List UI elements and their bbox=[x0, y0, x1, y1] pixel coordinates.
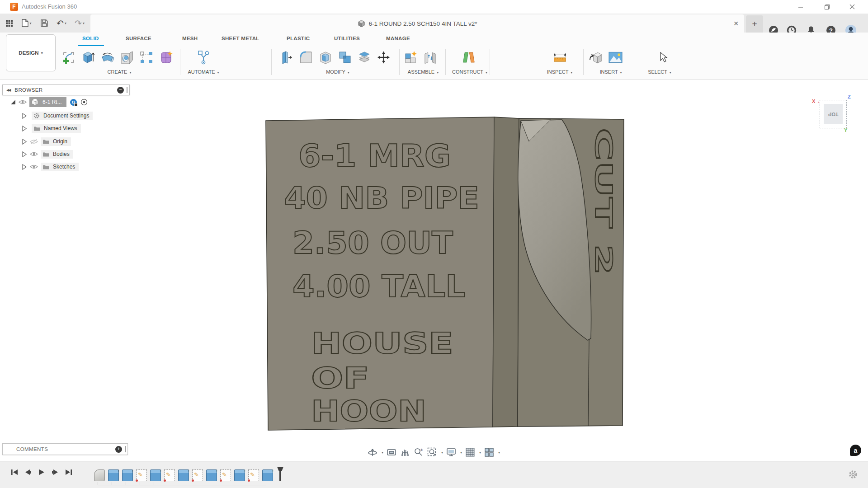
viewcube-face[interactable]: TOP bbox=[820, 100, 847, 128]
timeline-feature-base[interactable] bbox=[94, 469, 105, 481]
expand-closed-icon[interactable] bbox=[22, 113, 27, 119]
browser-drag-handle[interactable] bbox=[127, 87, 127, 93]
viewcube[interactable]: TOP X • Z Y bbox=[809, 94, 859, 135]
construct-group-label[interactable]: CONSTRUCT ▾ bbox=[452, 69, 485, 75]
file-menu-button[interactable]: ▾ bbox=[19, 14, 34, 33]
construction-plane-button[interactable] bbox=[462, 48, 476, 67]
expand-closed-icon[interactable] bbox=[22, 139, 27, 145]
timeline-settings-button[interactable] bbox=[848, 469, 858, 481]
browser-item-label[interactable]: Document Settings bbox=[43, 113, 89, 119]
tab-utilities[interactable]: UTILITIES bbox=[334, 36, 360, 41]
display-caret-icon[interactable]: ▾ bbox=[460, 450, 462, 455]
canvas-button[interactable] bbox=[609, 48, 623, 67]
save-button[interactable] bbox=[39, 14, 50, 33]
timeline-feature-sketch[interactable] bbox=[164, 469, 175, 481]
expand-open-icon[interactable] bbox=[10, 99, 16, 105]
pan-button[interactable] bbox=[400, 447, 410, 458]
minimize-button[interactable] bbox=[793, 2, 808, 12]
timeline-playhead[interactable] bbox=[277, 468, 283, 481]
tab-manage[interactable]: MANAGE bbox=[386, 36, 410, 41]
revolve-button[interactable] bbox=[100, 48, 114, 67]
browser-item-document-settings[interactable]: Document Settings bbox=[22, 111, 93, 121]
timeline-feature-extrude[interactable] bbox=[122, 469, 133, 481]
assemble-group-label[interactable]: ASSEMBLE ▾ bbox=[404, 69, 443, 75]
visibility-off-eye-icon[interactable] bbox=[30, 139, 38, 145]
tab-plastic[interactable]: PLASTIC bbox=[287, 36, 310, 41]
combine-button[interactable] bbox=[338, 48, 352, 67]
browser-item-named-views[interactable]: Named Views bbox=[22, 123, 81, 133]
browser-panel-header[interactable]: ◀◀ BROWSER − bbox=[2, 84, 130, 95]
browser-item-label[interactable]: Origin bbox=[53, 138, 67, 145]
browser-item-label[interactable]: Named Views bbox=[44, 125, 77, 131]
add-comment-button[interactable]: + bbox=[115, 446, 122, 453]
viewports-button[interactable] bbox=[484, 447, 495, 458]
browser-item-label[interactable]: Bodies bbox=[53, 151, 70, 157]
viewport-canvas[interactable]: 6-1 MRG 40 NB PIPE 2.50 OUT 4.00 TALL HO… bbox=[0, 80, 868, 461]
document-tab[interactable]: 6-1 ROUND 2.50 SCH150 4IN TALL v2* ✕ bbox=[90, 14, 744, 33]
step-forward-button[interactable] bbox=[52, 469, 59, 476]
collapse-panel-icon[interactable]: ◀◀ bbox=[6, 88, 10, 92]
close-button[interactable] bbox=[844, 2, 860, 12]
tab-sheet-metal[interactable]: SHEET METAL bbox=[222, 36, 259, 41]
browser-root-label[interactable]: 6-1 Rt... bbox=[42, 99, 62, 105]
new-tab-button[interactable]: + bbox=[746, 15, 763, 33]
tab-solid[interactable]: SOLID bbox=[82, 36, 99, 41]
visibility-eye-icon[interactable] bbox=[19, 99, 27, 105]
orbit-button[interactable] bbox=[367, 447, 378, 458]
browser-root-row[interactable]: 6-1 Rt... B bbox=[10, 97, 88, 107]
automate-group-label[interactable]: AUTOMATE ▾ bbox=[187, 69, 220, 75]
automate-button[interactable] bbox=[197, 48, 211, 67]
display-settings-button[interactable] bbox=[446, 447, 457, 458]
application-grid-button[interactable] bbox=[4, 14, 14, 33]
offset-face-button[interactable] bbox=[357, 48, 371, 67]
fit-caret-icon[interactable]: ▾ bbox=[441, 450, 443, 455]
document-tab-close-button[interactable]: ✕ bbox=[731, 19, 741, 28]
grid-caret-icon[interactable]: ▾ bbox=[479, 450, 481, 455]
move-button[interactable] bbox=[377, 48, 391, 67]
extrude-button[interactable] bbox=[81, 48, 95, 67]
timeline-feature-extrude[interactable] bbox=[234, 469, 245, 481]
zoom-button[interactable]: ± bbox=[413, 447, 424, 458]
step-back-button[interactable] bbox=[24, 469, 32, 476]
timeline-feature-sketch[interactable] bbox=[192, 469, 203, 481]
inspect-group-label[interactable]: INSPECT ▾ bbox=[545, 69, 575, 75]
timeline-feature-sketch[interactable] bbox=[220, 469, 231, 481]
tab-mesh[interactable]: MESH bbox=[182, 36, 198, 41]
hole-button[interactable] bbox=[120, 48, 134, 67]
redo-button[interactable]: ↷▾ bbox=[71, 14, 88, 33]
insert-group-label[interactable]: INSERT ▾ bbox=[589, 69, 632, 75]
document-badge[interactable]: B bbox=[70, 99, 77, 106]
model-edge-strip[interactable] bbox=[493, 117, 519, 427]
visibility-eye-icon[interactable] bbox=[30, 151, 38, 157]
press-pull-button[interactable] bbox=[279, 48, 293, 67]
create-group-label[interactable]: CREATE ▾ bbox=[61, 69, 177, 75]
restore-button[interactable] bbox=[819, 2, 835, 12]
orbit-caret-icon[interactable]: ▾ bbox=[382, 450, 383, 455]
fit-button[interactable] bbox=[427, 447, 438, 458]
browser-item-bodies[interactable]: Bodies bbox=[22, 149, 73, 159]
viewports-caret-icon[interactable]: ▾ bbox=[498, 450, 500, 455]
browser-item-origin[interactable]: Origin bbox=[22, 136, 71, 146]
select-group-label[interactable]: SELECT ▾ bbox=[646, 69, 674, 75]
expand-closed-icon[interactable] bbox=[22, 126, 27, 131]
timeline-feature-extrude[interactable] bbox=[108, 469, 119, 481]
visibility-eye-icon[interactable] bbox=[30, 164, 38, 169]
activate-component-icon[interactable] bbox=[80, 99, 88, 106]
fillet-button[interactable] bbox=[299, 48, 313, 67]
model-3d[interactable]: 6-1 MRG 40 NB PIPE 2.50 OUT 4.00 TALL HO… bbox=[0, 80, 868, 461]
timeline-feature-extrude[interactable] bbox=[178, 469, 189, 481]
timeline-feature-extrude[interactable] bbox=[150, 469, 161, 481]
joint-button[interactable] bbox=[423, 48, 437, 67]
timeline-feature-sketch[interactable] bbox=[136, 469, 147, 481]
modify-group-label[interactable]: MODIFY ▾ bbox=[279, 69, 396, 75]
tab-surface[interactable]: SURFACE bbox=[126, 36, 151, 41]
assistant-button[interactable]: a bbox=[850, 445, 861, 456]
play-button[interactable] bbox=[38, 469, 45, 476]
comments-panel-header[interactable]: COMMENTS + bbox=[2, 443, 128, 455]
timeline-feature-extrude[interactable] bbox=[206, 469, 217, 481]
browser-item-label[interactable]: Sketches bbox=[53, 164, 75, 170]
insert-derive-button[interactable] bbox=[589, 48, 603, 67]
browser-collapse-button[interactable]: − bbox=[117, 87, 124, 94]
shell-button[interactable] bbox=[318, 48, 332, 67]
measure-button[interactable] bbox=[553, 48, 567, 67]
